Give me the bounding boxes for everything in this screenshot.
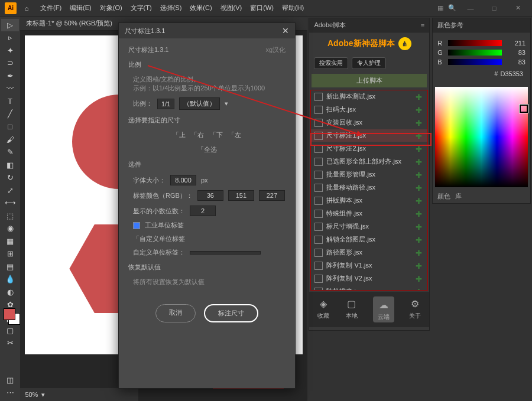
type-tool[interactable]: T bbox=[1, 95, 19, 107]
width-tool[interactable]: ⟷ bbox=[1, 197, 19, 209]
menu-view[interactable]: 视图(V) bbox=[217, 1, 246, 15]
custom-unit-input[interactable] bbox=[190, 251, 261, 255]
plus-icon[interactable]: ✚ bbox=[416, 275, 424, 283]
plus-icon[interactable]: ✚ bbox=[416, 236, 424, 244]
color-spectrum[interactable] bbox=[435, 87, 528, 187]
slice-tool[interactable]: ✂ bbox=[1, 337, 19, 349]
scripts-section-header[interactable]: 上传脚本 bbox=[312, 74, 427, 87]
zoom-level[interactable]: 50% bbox=[25, 391, 38, 398]
script-item[interactable]: 解锁全部图层.jsx✚ bbox=[311, 233, 427, 246]
chk-top[interactable]: 「上 bbox=[173, 131, 186, 138]
curvature-tool[interactable]: 〰 bbox=[1, 83, 19, 95]
home-icon[interactable]: ⌂ bbox=[21, 3, 32, 14]
plus-icon[interactable]: ✚ bbox=[416, 158, 424, 166]
plus-icon[interactable]: ✚ bbox=[416, 210, 424, 218]
script-item[interactable]: 已选图形全部上部对齐.jsx✚ bbox=[311, 155, 427, 168]
r-value[interactable]: 211 bbox=[505, 40, 525, 47]
eyedropper-tool[interactable]: 💧 bbox=[1, 273, 19, 286]
panel-menu-icon[interactable]: ≡ bbox=[421, 22, 424, 29]
script-item[interactable]: 特殊组件.jsx✚ bbox=[311, 207, 427, 220]
rgb-r-input[interactable]: 36 bbox=[197, 190, 223, 201]
scripts-tab-2[interactable]: 专人护理 bbox=[352, 57, 386, 69]
plus-icon[interactable]: ✚ bbox=[416, 184, 424, 192]
plus-icon[interactable]: ✚ bbox=[416, 119, 424, 127]
edit-toolbar[interactable]: ⋯ bbox=[1, 387, 19, 399]
rotate-tool[interactable]: ↻ bbox=[1, 171, 19, 184]
scripts-fav-button[interactable]: ◈收藏 bbox=[316, 296, 330, 322]
line-tool[interactable]: ╱ bbox=[1, 108, 19, 120]
pen-tool[interactable]: ✒ bbox=[1, 70, 19, 82]
menu-object[interactable]: 对象(O) bbox=[96, 1, 126, 15]
plus-icon[interactable]: ✚ bbox=[416, 171, 424, 179]
b-value[interactable]: 83 bbox=[505, 58, 525, 66]
ratio-default-select[interactable]: （默认值） bbox=[179, 97, 220, 110]
script-item[interactable]: 拼版脚本.jsx✚ bbox=[311, 194, 427, 207]
zoom-dropdown-icon[interactable]: ▾ bbox=[41, 391, 45, 399]
chk-right[interactable]: 「右 bbox=[191, 131, 204, 138]
rgb-b-input[interactable]: 227 bbox=[259, 190, 285, 201]
magic-wand-tool[interactable]: ✦ bbox=[1, 44, 19, 57]
r-slider[interactable] bbox=[448, 40, 502, 46]
script-item[interactable]: 阵列复制 V2.jsx✚ bbox=[311, 272, 427, 285]
paintbrush-tool[interactable]: 🖌 bbox=[1, 133, 19, 146]
menu-edit[interactable]: 编辑(E) bbox=[66, 1, 95, 15]
decimals-input[interactable]: 2 bbox=[190, 206, 216, 216]
rectangle-tool[interactable]: □ bbox=[1, 120, 19, 133]
close-button[interactable]: ✕ bbox=[508, 1, 527, 15]
gradient-tool[interactable]: ▤ bbox=[1, 260, 19, 273]
menu-text[interactable]: 文字(T) bbox=[127, 1, 155, 15]
search-icon[interactable]: 🔍 bbox=[448, 4, 456, 12]
minimize-button[interactable]: — bbox=[461, 1, 480, 15]
plus-icon[interactable]: ✚ bbox=[416, 223, 424, 231]
spectrum-marker[interactable] bbox=[520, 105, 528, 113]
ok-button[interactable]: 标注尺寸 bbox=[204, 304, 258, 322]
scale-tool[interactable]: ⤢ bbox=[1, 184, 19, 197]
plus-icon[interactable]: ✚ bbox=[416, 249, 424, 257]
plus-icon[interactable]: ✚ bbox=[416, 197, 424, 205]
industry-checkbox[interactable] bbox=[133, 222, 140, 229]
lasso-tool[interactable]: ⊃ bbox=[1, 57, 19, 70]
script-item[interactable]: 扫码大.jsx✚ bbox=[311, 103, 427, 116]
scripts-about-button[interactable]: ⚙关于 bbox=[408, 296, 422, 322]
color-tab[interactable]: 颜色 bbox=[437, 192, 450, 201]
selection-tool[interactable]: ▷ bbox=[1, 19, 19, 31]
shape-builder-tool[interactable]: ◉ bbox=[1, 223, 19, 235]
screen-mode-tool[interactable]: ◫ bbox=[1, 374, 19, 386]
scripts-cloud-button[interactable]: ☁云端 bbox=[373, 296, 394, 322]
script-item[interactable]: 新出脚本测试.jsx✚ bbox=[311, 90, 427, 103]
script-item[interactable]: 随机排序.jsx✚ bbox=[311, 285, 427, 291]
script-item[interactable]: 标尺寸增强.jsx✚ bbox=[311, 220, 427, 233]
menu-help[interactable]: 帮助(H) bbox=[278, 1, 307, 15]
free-transform-tool[interactable]: ⬚ bbox=[1, 210, 19, 222]
scripts-list[interactable]: 新出脚本测试.jsx✚扫码大.jsx✚安装回收.jsx✚尺寸标注1.jsx✚尺寸… bbox=[310, 90, 428, 291]
b-slider[interactable] bbox=[448, 59, 502, 65]
g-value[interactable]: 83 bbox=[505, 49, 525, 56]
plus-icon[interactable]: ✚ bbox=[416, 288, 424, 291]
script-item[interactable]: 路径图形.jsx✚ bbox=[311, 246, 427, 259]
chevron-down-icon[interactable]: ▾ bbox=[225, 100, 228, 107]
dialog-close-icon[interactable]: ✕ bbox=[282, 26, 289, 35]
shaper-tool[interactable]: ✎ bbox=[1, 146, 19, 158]
eraser-tool[interactable]: ◧ bbox=[1, 159, 19, 171]
g-slider[interactable] bbox=[448, 50, 502, 56]
scripts-tab-1[interactable]: 搜索实用 bbox=[314, 57, 348, 69]
script-item[interactable]: 安装回收.jsx✚ bbox=[311, 116, 427, 129]
chk-bottom[interactable]: 「下 bbox=[210, 131, 223, 138]
maximize-button[interactable]: □ bbox=[485, 1, 504, 15]
menu-select[interactable]: 选择(S) bbox=[157, 1, 186, 15]
menu-effect[interactable]: 效果(C) bbox=[186, 1, 215, 15]
perspective-tool[interactable]: ▦ bbox=[1, 235, 19, 247]
restore-link[interactable]: 将所有设置恢复为默认值 bbox=[128, 278, 286, 286]
plus-icon[interactable]: ✚ bbox=[416, 93, 424, 101]
direct-selection-tool[interactable]: ▹ bbox=[1, 32, 19, 44]
scripts-local-button[interactable]: ▢本地 bbox=[345, 296, 359, 322]
font-size-input[interactable]: 8.000 bbox=[170, 175, 196, 185]
menu-file[interactable]: 文件(F) bbox=[37, 1, 65, 15]
mesh-tool[interactable]: ⊞ bbox=[1, 248, 19, 260]
custom-unit-checkbox[interactable]: 「自定义单位标签 bbox=[133, 234, 185, 243]
blend-tool[interactable]: ◐ bbox=[1, 286, 19, 298]
script-item[interactable]: 批量移动路径.jsx✚ bbox=[311, 181, 427, 194]
cancel-button[interactable]: 取消 bbox=[155, 304, 196, 322]
artboard-tool[interactable]: ▢ bbox=[1, 324, 19, 337]
rgb-g-input[interactable]: 151 bbox=[228, 190, 254, 201]
